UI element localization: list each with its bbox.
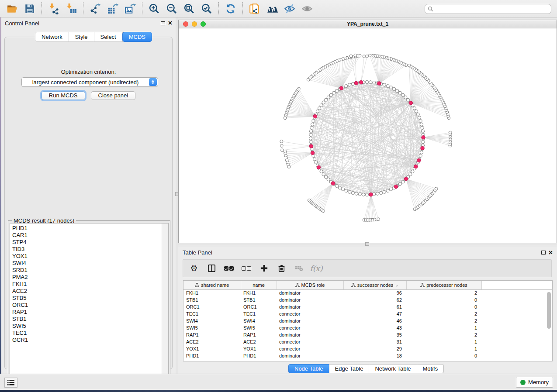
zoom-fit-button[interactable] [180,2,198,16]
table-panel-title: Table Panel [183,249,212,256]
mcds-result-item[interactable]: PMA2 [12,274,159,281]
mcds-result-item[interactable]: SWI4 [12,260,159,267]
mcds-result-item[interactable]: STP4 [12,239,159,246]
search-input[interactable] [435,6,551,12]
table-cell: TEC1 [241,310,277,317]
add-column-button[interactable] [258,263,270,274]
import-network-button[interactable] [45,2,62,16]
table-row[interactable]: SWI5SWI5connector431 [183,324,552,331]
mcds-result-item[interactable]: FKH1 [12,281,159,288]
workspace-area: YPA_prune.txt_1 Table Panel × ⚙ [178,17,557,374]
float-panel-icon[interactable] [541,251,546,254]
tab-node-table[interactable]: Node Table [288,364,329,373]
column-header-shared-name[interactable]: shared name [183,281,241,289]
attribute-icon [351,283,356,287]
mcds-result-item[interactable]: TEC1 [12,330,159,337]
select-all-button[interactable] [223,263,235,274]
criterion-dropdown[interactable]: largest connected component (undirected) [21,77,158,87]
mcds-result-item[interactable]: CAR1 [12,232,159,239]
zoom-in-button[interactable] [145,2,163,16]
mcds-result-item[interactable]: ACE2 [12,288,159,295]
close-panel-icon[interactable]: × [168,21,172,25]
table-cell: 47 [343,310,406,317]
column-header-predecessor-nodes[interactable]: predecessor nodes [406,281,481,289]
first-neighbors-button[interactable] [263,2,281,16]
table-cell: 2 [406,331,481,338]
mcds-result-item[interactable]: RAP1 [12,309,159,316]
table-row[interactable]: PHD1PHD1dominator180 [183,352,552,359]
mcds-result-item[interactable]: STB5 [12,295,159,302]
zoom-selected-button[interactable] [198,2,215,16]
column-header-name[interactable]: name [241,281,277,289]
share-network-button[interactable] [246,2,263,16]
table-cell: RAP1 [241,331,277,338]
show-graphics-details-button[interactable] [298,2,316,16]
close-panel-button[interactable]: Close panel [91,91,136,100]
deselect-all-button[interactable] [241,263,252,274]
horizontal-splitter[interactable] [178,243,557,245]
table-header-row: shared name name MCDS role successor nod… [183,281,552,289]
mcds-result-listbox[interactable]: PHD1CAR1STP4TID3YOX1SWI4SRD1PMA2FKH1ACE2… [10,223,169,382]
table-row[interactable]: YOX1YOX1connector291 [183,345,552,352]
tab-mcds[interactable]: MCDS [122,32,152,42]
eye-slash-icon [284,3,295,14]
mcds-result-item[interactable]: TID3 [12,246,159,253]
table-cell: 62 [343,296,406,303]
export-image-button[interactable] [121,2,139,16]
export-network-button[interactable] [86,2,104,16]
tab-select[interactable]: Select [94,32,123,42]
mcds-result-item[interactable]: PHD1 [12,225,159,232]
table-settings-button[interactable]: ⚙ [188,263,200,274]
column-header-successor-nodes[interactable]: successor nodes [343,281,406,289]
mcds-result-item[interactable]: YOX1 [12,253,159,260]
table-row[interactable]: STB1STB1dominator620 [183,296,552,303]
splitter-handle[interactable] [365,242,369,246]
mcds-result-item[interactable]: SRD1 [12,267,159,274]
zoom-out-button[interactable] [163,2,180,16]
mcds-result-item[interactable]: ORC1 [12,302,159,309]
save-session-button[interactable] [21,2,38,16]
table-cell: connector [277,324,343,331]
export-table-icon [107,3,118,14]
refresh-view-button[interactable] [222,2,239,16]
delete-column-button[interactable] [276,263,287,274]
mcds-result-item[interactable]: SWI5 [12,323,159,330]
tab-motifs[interactable]: Motifs [417,364,444,373]
table-row[interactable]: TEC1TEC1connector472 [183,310,552,317]
tab-edge-table[interactable]: Edge Table [329,364,370,373]
table-cell: 31 [343,338,406,345]
close-panel-icon[interactable]: × [549,251,553,255]
export-table-button[interactable] [104,2,121,16]
attribute-icon [195,283,199,287]
tab-network-table[interactable]: Network Table [369,364,417,373]
table-row[interactable]: SWI4SWI4dominator462 [183,317,552,324]
table-row[interactable]: ORC1ORC1dominator610 [183,303,552,310]
table-row[interactable]: FKH1FKH1dominator962 [183,289,552,296]
mcds-result-item[interactable]: GCR1 [12,337,159,344]
table-scrollbar-thumb[interactable] [547,292,551,329]
tab-network[interactable]: Network [35,32,69,42]
memory-status-icon [520,380,526,385]
mcds-result-item[interactable]: STB1 [12,316,159,323]
network-window-title: YPA_prune.txt_1 [179,21,557,27]
trash-icon [277,264,286,272]
table-row[interactable]: RAP1RAP1dominator352 [183,331,552,338]
import-table-button[interactable] [62,2,80,16]
column-header-mcds-role[interactable]: MCDS role [277,281,343,289]
memory-button[interactable]: Memory [516,377,553,388]
run-mcds-button[interactable]: Run MCDS [42,91,85,100]
tab-style[interactable]: Style [69,32,94,42]
toggle-column-view-button[interactable] [206,263,217,274]
float-panel-icon[interactable] [161,21,165,25]
table-row[interactable]: ACE2ACE2connector311 [183,338,552,345]
network-canvas[interactable] [179,28,557,244]
search-field[interactable] [425,4,551,14]
dropdown-stepper-icon [149,78,157,86]
mcds-result-scrollbar[interactable] [162,224,168,382]
table-toolbar: ⚙ f(x) [183,259,552,277]
hide-selected-button[interactable] [281,2,298,16]
task-history-button[interactable] [4,378,17,388]
toolbar-separator [242,2,243,15]
network-window-titlebar[interactable]: YPA_prune.txt_1 [179,20,557,28]
open-session-button[interactable] [3,2,21,16]
